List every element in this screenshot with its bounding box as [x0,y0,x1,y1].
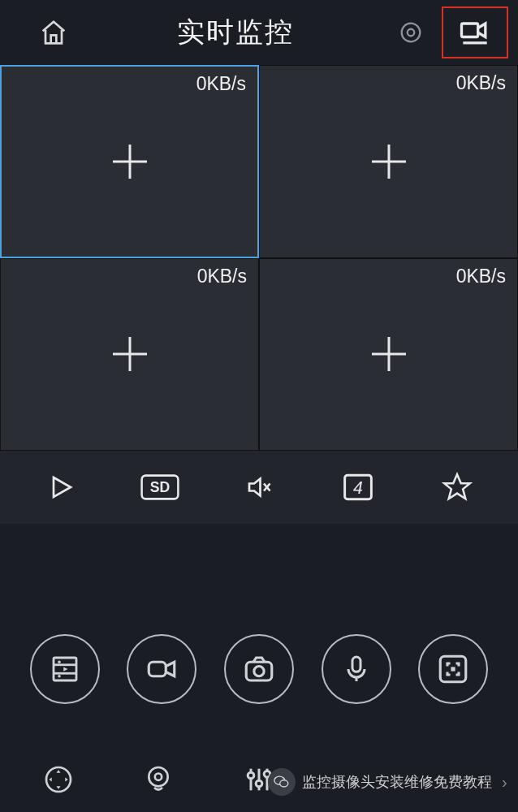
action-buttons-row [0,613,518,725]
home-button[interactable] [37,16,76,49]
video-grid: 0KB/s 0KB/s 0KB/s 0KB/s [0,65,518,451]
spacer [0,524,518,613]
svg-point-28 [254,667,264,676]
svg-point-47 [280,780,288,787]
svg-marker-12 [54,477,71,497]
video-cell[interactable]: 0KB/s [0,65,259,258]
add-camera-icon[interactable] [366,139,412,184]
svg-point-0 [402,24,421,42]
svg-point-43 [256,780,262,787]
svg-marker-36 [49,778,51,782]
playback-controls: SD 4 [0,451,518,524]
svg-point-1 [408,29,415,37]
svg-point-39 [155,774,162,780]
add-camera-icon[interactable] [107,331,153,377]
settings-button[interactable] [395,16,427,49]
microphone-button[interactable] [322,634,391,704]
svg-point-41 [248,772,254,779]
app-header: 实时监控 [0,0,518,65]
notification-text: 监控摄像头安装维修免费教程 [302,772,492,792]
wechat-notification[interactable]: 监控摄像头安装维修免费教程 › [268,768,507,796]
bitrate-label: 0KB/s [196,73,246,95]
fisheye-button[interactable] [139,760,178,799]
snapshot-button[interactable] [224,634,294,704]
svg-rect-32 [451,667,455,671]
add-camera-icon[interactable] [107,139,153,184]
header-actions [395,6,508,58]
svg-marker-35 [56,786,60,788]
svg-rect-26 [149,662,166,676]
bitrate-label: 0KB/s [456,72,506,94]
ptz-button[interactable] [39,760,78,799]
svg-point-38 [149,767,168,786]
bitrate-label: 0KB/s [456,266,506,287]
svg-rect-29 [352,657,360,672]
camera-mode-button[interactable] [442,6,508,58]
svg-rect-2 [462,24,478,37]
video-cell[interactable]: 0KB/s [0,258,259,451]
mute-button[interactable] [236,464,282,510]
record-video-button[interactable] [30,634,100,704]
quality-button[interactable]: SD [137,464,183,510]
svg-text:4: 4 [353,478,363,498]
fullscreen-button[interactable] [418,634,488,704]
svg-point-21 [58,661,61,664]
svg-point-22 [58,675,61,678]
video-cell[interactable]: 0KB/s [259,258,518,451]
svg-marker-25 [63,667,67,671]
chevron-right-icon: › [502,773,507,792]
wechat-icon [268,768,296,796]
add-camera-icon[interactable] [366,331,412,377]
video-cell[interactable]: 0KB/s [259,65,518,258]
layout-button[interactable]: 4 [335,464,381,510]
svg-marker-34 [56,770,60,772]
svg-text:SD: SD [150,479,170,495]
favorite-button[interactable] [434,464,480,510]
play-button[interactable] [38,464,84,510]
svg-marker-37 [65,778,67,782]
bitrate-label: 0KB/s [197,266,247,287]
svg-rect-27 [246,662,272,680]
capture-video-button[interactable] [127,634,196,704]
page-title: 实时监控 [76,14,395,51]
svg-marker-19 [444,474,470,499]
